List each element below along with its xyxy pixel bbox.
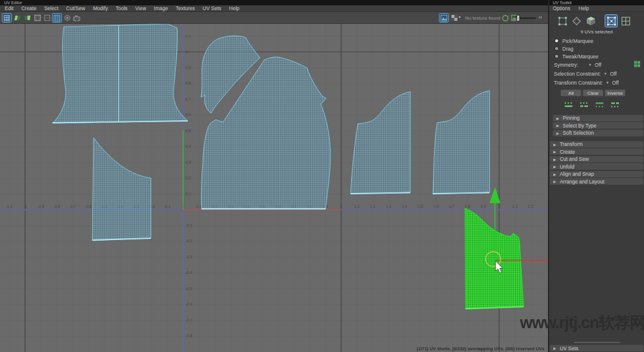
- pixel-snap-icon[interactable]: [63, 14, 72, 22]
- grow-selection-icon[interactable]: [595, 99, 604, 110]
- transform-constraint-label: Transform Constraint:: [554, 80, 603, 86]
- toolkit-titlebar: UV Toolkit: [549, 0, 644, 5]
- menu-item-create[interactable]: Create: [21, 5, 37, 11]
- uv-mode-icon[interactable]: [605, 15, 617, 27]
- menu-item-modify[interactable]: Modify: [93, 5, 108, 11]
- edge-mode-icon[interactable]: [571, 15, 583, 27]
- toolbar-expand-arrows-icon[interactable]: ››: [538, 14, 542, 20]
- menu-item-help[interactable]: Help: [229, 5, 239, 11]
- select-shell-icon[interactable]: [564, 99, 573, 110]
- svg-text:1.2: 1.2: [370, 204, 375, 208]
- svg-text:1: 1: [340, 204, 342, 208]
- section-arrange-and-layout[interactable]: ▶Arrange and Layout: [550, 178, 643, 185]
- component-type-icons: [549, 12, 644, 28]
- section-uv-sets[interactable]: ▶ UV Sets: [550, 345, 643, 351]
- section-label: Pinning: [563, 115, 580, 121]
- svg-text:0.1: 0.1: [185, 192, 191, 196]
- svg-text:-0.8: -0.8: [53, 204, 60, 208]
- select-border-icon[interactable]: [580, 99, 589, 110]
- radio-dot-icon[interactable]: [555, 39, 558, 42]
- transform-constraint-caret[interactable]: ▾: [606, 80, 609, 85]
- symmetry-dropdown-caret[interactable]: ▾: [589, 63, 592, 67]
- section-create[interactable]: ▶Create: [550, 148, 643, 155]
- chevron-right-icon: ▶: [553, 142, 556, 147]
- menu-item-cut-sew[interactable]: Cut/Sew: [66, 5, 85, 11]
- section-align-and-snap[interactable]: ▶Align and Snap: [550, 171, 643, 177]
- section-cut-and-sew[interactable]: ▶Cut and Sew: [550, 156, 643, 163]
- shaded-uv-display-icon[interactable]: [13, 14, 21, 22]
- svg-text:0.1: 0.1: [196, 204, 202, 208]
- panel-resize-grip[interactable]: [574, 342, 620, 343]
- svg-text:0.6: 0.6: [185, 113, 191, 117]
- uv-shell-mode-icon[interactable]: [620, 15, 631, 27]
- radio-dot-icon[interactable]: [555, 55, 558, 58]
- shrink-selection-icon[interactable]: [611, 99, 620, 110]
- texture-borders-icon[interactable]: [42, 14, 51, 22]
- menu-item-textures[interactable]: Textures: [176, 5, 195, 11]
- uv-sets-label: UV Sets: [560, 345, 578, 351]
- selection-buttons: AllClearInverse: [549, 87, 644, 98]
- transform-constraint-value[interactable]: Off: [612, 80, 618, 86]
- display-image-icon[interactable]: [439, 14, 448, 22]
- svg-text:-0.1: -0.1: [164, 204, 171, 208]
- menu-item-select[interactable]: Select: [44, 5, 58, 11]
- svg-text:0.3: 0.3: [185, 160, 191, 164]
- radio-pick-marquee[interactable]: Pick/Marquee: [549, 37, 644, 45]
- chevron-right-icon: ▶: [556, 123, 559, 127]
- checker-texture-icon[interactable]: [450, 14, 459, 22]
- menu-item-edit[interactable]: Edit: [5, 5, 14, 11]
- svg-text:-0.3: -0.3: [185, 255, 193, 259]
- svg-text:-0.5: -0.5: [185, 286, 193, 291]
- menu-item-view[interactable]: View: [135, 5, 146, 11]
- uv-editor-window: UV Editor EditCreateSelectCut/SewModifyT…: [0, 0, 644, 352]
- chevron-right-icon: ▶: [556, 116, 559, 120]
- svg-text:-1: -1: [23, 204, 27, 208]
- section-label: Arrange and Layout: [560, 179, 605, 185]
- selection-constraint-value[interactable]: Off: [610, 71, 617, 77]
- symmetry-grid-icon[interactable]: [634, 61, 640, 68]
- face-mode-icon[interactable]: [585, 15, 597, 27]
- clear-button[interactable]: Clear: [583, 89, 603, 96]
- radio-drag[interactable]: Drag: [549, 45, 644, 52]
- section-pinning[interactable]: ▶Pinning: [553, 115, 643, 122]
- menu-item-image[interactable]: Image: [154, 5, 168, 11]
- slider-handle[interactable]: [516, 15, 520, 21]
- svg-text:1.1: 1.1: [354, 204, 360, 208]
- section-select-by-type[interactable]: ▶Select By Type: [553, 122, 643, 129]
- radio-tweak-marquee[interactable]: Tweak/Marquee: [549, 52, 644, 60]
- toolkit-menu-options[interactable]: Options: [553, 5, 570, 11]
- svg-text:1.9: 1.9: [481, 204, 486, 208]
- update-psd-icon[interactable]: [501, 14, 510, 22]
- svg-text:1.5: 1.5: [417, 204, 423, 208]
- inverse-button[interactable]: Inverse: [605, 89, 626, 96]
- transform-constraint-row: Transform Constraint: ▾ Off: [549, 78, 644, 87]
- uv-edit-mode-icon[interactable]: [2, 14, 11, 22]
- svg-text:-0.1: -0.1: [185, 223, 193, 228]
- radio-dot-icon[interactable]: [555, 47, 558, 50]
- section-transform[interactable]: ▶Transform: [550, 141, 643, 148]
- uv-canvas[interactable]: -1.1-1-0.9-0.8-0.7-0.6-0.5-0.4-0.3-0.2-0…: [0, 24, 549, 352]
- section-label: Select By Type: [563, 123, 597, 129]
- texture-dropdown-caret[interactable]: ▾: [459, 15, 461, 20]
- border-edges-icon[interactable]: [33, 14, 42, 22]
- section-soft-selection[interactable]: ▶Soft Selection: [553, 130, 643, 136]
- svg-text:1.8: 1.8: [465, 204, 470, 208]
- selection-constraint-caret[interactable]: ▾: [604, 71, 606, 76]
- symmetry-value[interactable]: Off: [595, 62, 601, 68]
- uv-snapshot-camera-icon[interactable]: [72, 14, 81, 22]
- menu-item-uv-sets[interactable]: UV Sets: [203, 5, 221, 11]
- vertex-mode-icon[interactable]: [556, 15, 568, 27]
- all-button[interactable]: All: [561, 89, 581, 96]
- grid-display-icon[interactable]: [52, 14, 61, 22]
- shaded-uv-overlap-icon[interactable]: [23, 14, 32, 22]
- section-unfold[interactable]: ▶Unfold: [550, 163, 643, 170]
- toolkit-menu-help[interactable]: Help: [578, 5, 589, 11]
- menu-item-tools[interactable]: Tools: [116, 5, 128, 11]
- svg-text:-0.9: -0.9: [38, 204, 45, 208]
- window-titlebar: UV Editor: [0, 0, 549, 5]
- image-dim-slider[interactable]: [518, 17, 536, 19]
- radio-label: Tweak/Marquee: [562, 54, 598, 60]
- svg-text:0.8: 0.8: [185, 81, 191, 85]
- svg-text:-0.8: -0.8: [185, 334, 193, 338]
- radio-label: Drag: [562, 46, 573, 52]
